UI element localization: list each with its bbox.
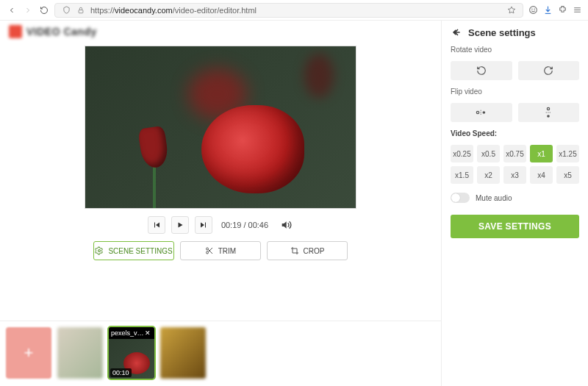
back-arrow-icon[interactable] xyxy=(451,26,462,38)
reload-icon[interactable] xyxy=(38,4,50,16)
flip-label: Flip video xyxy=(451,87,579,96)
panel-title: Scene settings xyxy=(468,27,536,38)
speed-x1[interactable]: x1 xyxy=(530,145,553,162)
forward-icon[interactable] xyxy=(22,4,34,16)
lock-icon xyxy=(76,5,86,15)
volume-icon[interactable] xyxy=(279,218,293,232)
speed-x0_75[interactable]: x0.75 xyxy=(503,145,526,162)
play-button[interactable] xyxy=(171,216,189,234)
mute-toggle[interactable] xyxy=(451,193,470,203)
next-frame-button[interactable] xyxy=(195,216,212,234)
brand-name: VIDEO Candy xyxy=(26,26,97,37)
svg-point-9 xyxy=(482,111,485,114)
crop-icon xyxy=(290,246,299,255)
flip-h-icon xyxy=(474,108,489,117)
video-preview[interactable] xyxy=(85,46,356,209)
close-icon[interactable]: ✕ xyxy=(144,329,152,337)
clip-thumb[interactable] xyxy=(160,327,206,379)
clip-thumb[interactable] xyxy=(57,327,103,379)
speed-x4[interactable]: x4 xyxy=(530,166,553,184)
svg-point-7 xyxy=(476,111,478,113)
flip-v-icon xyxy=(544,105,553,120)
speed-x0_25[interactable]: x0.25 xyxy=(451,145,473,162)
back-icon[interactable] xyxy=(6,4,18,16)
flip-vertical-button[interactable] xyxy=(518,103,580,122)
speed-grid: x0.25x0.5x0.75x1x1.25x1.5x2x3x4x5 xyxy=(451,145,579,184)
mute-label: Mute audio xyxy=(476,194,512,202)
scene-settings-button[interactable]: SCENE SETTINGS xyxy=(93,241,174,260)
crop-button[interactable]: CROP xyxy=(267,241,348,260)
flip-horizontal-button[interactable] xyxy=(451,103,512,122)
speed-x2[interactable]: x2 xyxy=(477,166,500,184)
svg-point-12 xyxy=(547,115,550,118)
extensions-icon[interactable] xyxy=(557,5,567,15)
rotate-ccw-icon xyxy=(475,65,488,76)
prev-frame-button[interactable] xyxy=(148,216,165,234)
svg-rect-0 xyxy=(79,10,83,12)
speed-label: Video Speed: xyxy=(451,129,579,137)
clip-duration: 00:10 xyxy=(110,368,132,377)
speed-x3[interactable]: x3 xyxy=(503,166,526,184)
speed-x1_5[interactable]: x1.5 xyxy=(451,166,473,184)
browser-chrome: https://videocandy.com/video-editor/edit… xyxy=(0,0,588,21)
brand-logo xyxy=(9,25,22,38)
speed-x0_5[interactable]: x0.5 xyxy=(477,145,500,162)
speed-x5[interactable]: x5 xyxy=(556,166,579,184)
timeline: + pexels_v… ✕ 00:10 xyxy=(0,321,441,386)
download-icon[interactable] xyxy=(542,5,553,15)
app-header: VIDEO Candy xyxy=(0,21,441,43)
shield-icon xyxy=(61,5,71,15)
rotate-label: Rotate video xyxy=(451,46,579,54)
add-clip-button[interactable]: + xyxy=(6,327,51,379)
rotate-right-button[interactable] xyxy=(518,61,580,80)
clip-thumb-selected[interactable]: pexels_v… ✕ 00:10 xyxy=(109,327,154,379)
action-label: TRIM xyxy=(218,247,236,255)
save-settings-button[interactable]: SAVE SETTINGS xyxy=(451,215,579,238)
svg-point-2 xyxy=(531,9,532,10)
url-bar[interactable]: https://videocandy.com/video-editor/edit… xyxy=(54,3,523,18)
svg-point-10 xyxy=(548,107,550,110)
speed-x1_25[interactable]: x1.25 xyxy=(556,145,579,162)
clip-name: pexels_v… xyxy=(111,329,144,337)
player-controls: 00:19 / 00:46 xyxy=(148,216,293,234)
svg-point-4 xyxy=(98,250,101,252)
svg-point-3 xyxy=(534,9,534,10)
menu-icon[interactable] xyxy=(572,5,582,15)
scissors-icon xyxy=(205,246,214,255)
svg-point-1 xyxy=(529,7,537,14)
scene-settings-panel: Scene settings Rotate video Flip video V… xyxy=(441,21,588,386)
url-text: https://videocandy.com/video-editor/edit… xyxy=(90,6,257,15)
rotate-left-button[interactable] xyxy=(451,61,512,80)
main-area: VIDEO Candy 00:19 / 00:46 SCENE SET xyxy=(0,21,441,386)
rotate-cw-icon xyxy=(542,65,555,76)
star-icon[interactable] xyxy=(506,5,517,15)
action-label: CROP xyxy=(304,247,325,255)
action-label: SCENE SETTINGS xyxy=(108,247,172,255)
trim-button[interactable]: TRIM xyxy=(180,241,261,260)
gear-icon xyxy=(95,246,104,255)
playback-time: 00:19 / 00:46 xyxy=(221,221,268,229)
smile-icon[interactable] xyxy=(528,5,538,15)
